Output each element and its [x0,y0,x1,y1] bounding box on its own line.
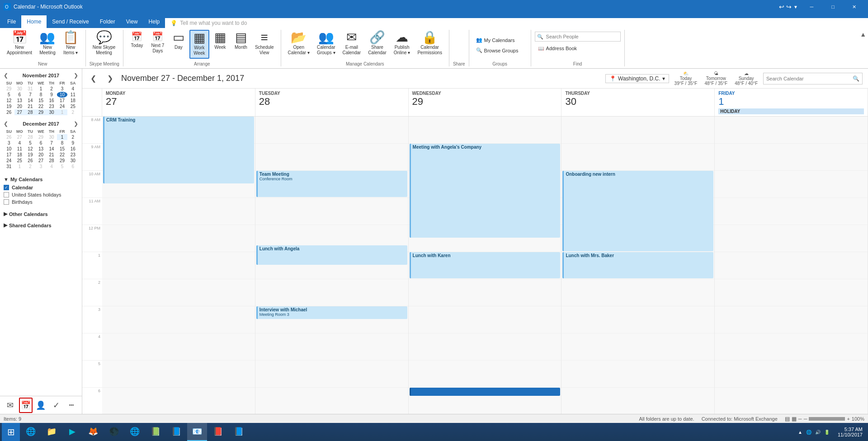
address-book-button[interactable]: 📖 Address Book [535,43,621,53]
taskbar-explorer[interactable]: 📁 [42,423,61,441]
cal-day-selected[interactable]: 30 [46,109,57,115]
hour-cell[interactable] [102,225,255,252]
hour-cell[interactable] [409,333,561,361]
cal-day[interactable]: 13 [14,98,25,103]
hour-cell[interactable] [561,117,714,144]
event-angela-co[interactable]: Meeting with Angela's Company [410,144,561,238]
zoom-out-icon[interactable]: ─ [804,416,807,422]
hour-cell[interactable] [255,117,408,144]
shared-calendars-header[interactable]: ▶ Shared Calendars [4,220,78,230]
cal-day[interactable]: 29 [4,86,14,92]
holidays-checkbox[interactable] [4,192,9,197]
taskbar-clock[interactable]: 5:37 AM 11/10/2017 [834,427,866,437]
hour-cell[interactable] [255,388,408,414]
cal-day[interactable]: 23 [46,103,57,109]
volume-icon[interactable]: 🔊 [815,430,821,435]
hour-cell[interactable] [102,306,255,333]
cal-day[interactable]: 26 [4,109,14,115]
cal-day[interactable]: 3 [57,86,68,92]
cal-day[interactable]: 17 [57,98,68,103]
cal-day[interactable]: 2 [67,109,78,115]
hour-cell[interactable] [102,333,255,361]
people-nav-button[interactable]: 👤 [34,398,48,413]
next-month-dec-button[interactable]: ❯ [74,121,78,127]
cal-day[interactable]: 22 [36,103,47,109]
prev-month-button[interactable]: ❮ [4,72,8,79]
hour-cell[interactable] [255,361,408,388]
tell-me-bar[interactable]: 💡 Tell me what you want to do [165,18,868,28]
share-calendar-button[interactable]: 🔗 ShareCalendar [365,30,390,59]
calendar-nav-button[interactable]: 📅 [19,398,33,413]
redo-icon[interactable]: ↪ [786,3,792,10]
calendar-permissions-button[interactable]: 🔒 CalendarPermissions [414,30,445,59]
cal-day[interactable]: 7 [25,92,36,98]
new-meeting-button[interactable]: 👥 NewMeeting [36,30,59,59]
hour-cell[interactable] [255,144,408,171]
hour-cell[interactable] [409,279,561,306]
hour-cell[interactable] [255,333,408,361]
taskbar-onenote[interactable]: 📘 [166,423,186,441]
cal-day[interactable]: 14 [25,98,36,103]
hour-cell[interactable] [409,306,561,333]
cal-day[interactable]: 4 [67,86,78,92]
event-onboarding[interactable]: Onboarding new intern [562,171,713,251]
tray-chevron[interactable]: ▲ [798,430,802,435]
cal-day[interactable]: 15 [36,98,47,103]
hour-cell[interactable] [561,279,714,306]
other-calendars-header[interactable]: ▶ Other Calendars [4,209,78,219]
taskbar-excel[interactable]: 📗 [146,423,165,441]
hour-cell[interactable] [561,144,714,171]
tab-home[interactable]: Home [21,15,47,28]
hour-cell[interactable] [102,361,255,388]
cal-day[interactable]: 31 [25,86,36,92]
cal-day[interactable]: 16 [46,98,57,103]
hour-cell[interactable] [255,198,408,225]
cal-search-icon[interactable]: 🔍 [853,75,859,82]
cal-day[interactable]: 1 [36,86,47,92]
hour-cell[interactable] [102,252,255,279]
cal-day-selected[interactable]: 29 [36,109,47,115]
cal-day-selected[interactable]: 1 [57,109,68,115]
tasks-nav-button[interactable]: ✓ [49,398,63,413]
minimize-button[interactable]: ─ [802,0,822,14]
ribbon-collapse-icon[interactable]: ▲ [860,31,866,38]
prev-month-dec-button[interactable]: ❮ [4,121,8,127]
restore-button[interactable]: □ [823,0,843,14]
cal-day[interactable]: 11 [67,92,78,98]
cal-day[interactable]: 30 [14,86,25,92]
cal-day[interactable]: 12 [4,98,14,103]
taskbar-media[interactable]: ▶ [62,423,82,441]
taskbar-chrome[interactable]: 🌑 [104,423,124,441]
hour-cell[interactable] [715,117,868,144]
cal-day[interactable]: 5 [4,92,14,98]
tab-send-receive[interactable]: Send / Receive [47,15,94,28]
cal-day[interactable]: 25 [67,103,78,109]
taskbar-powerpoint[interactable]: 📕 [208,423,228,441]
calendar-checkbox[interactable]: ✓ [4,185,9,190]
tab-help[interactable]: Help [143,15,165,28]
schedule-view-button[interactable]: ≡ ScheduleView [252,30,277,59]
tab-folder[interactable]: Folder [94,15,121,28]
hour-cell[interactable] [255,279,408,306]
mail-nav-button[interactable]: ✉ [4,398,17,413]
cal-day[interactable]: 18 [67,98,78,103]
hour-cell[interactable] [561,361,714,388]
start-button[interactable]: ⊞ [2,423,20,441]
search-people-input[interactable] [545,32,620,41]
undo-icon[interactable]: ↩ [779,3,784,10]
zoom-slider[interactable] [809,417,845,421]
location-badge[interactable]: 📍 Washington, D.C. ▾ [605,74,669,83]
hour-cell[interactable] [102,279,255,306]
cal-day-selected[interactable]: 28 [25,109,36,115]
hour-cell[interactable] [715,306,868,333]
event-lunch-angela[interactable]: Lunch with Angela [256,245,407,265]
new-group-button[interactable]: 👥 My Calendars [473,35,527,45]
day-button[interactable]: ▭ Day [169,30,189,59]
taskbar-word[interactable]: 📘 [229,423,249,441]
taskbar-firefox[interactable]: 🦊 [83,423,103,441]
cal-day-selected[interactable]: 27 [14,109,25,115]
browse-groups-button[interactable]: 🔍 Browse Groups [473,46,527,56]
event-interview[interactable]: Interview with MichaelMeeting Room 3 [256,306,407,319]
hour-cell[interactable] [715,279,868,306]
birthdays-checkbox[interactable] [4,199,9,205]
